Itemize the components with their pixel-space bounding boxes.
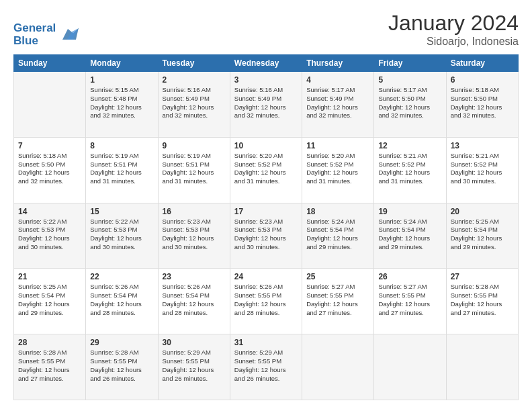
day-cell: 18Sunrise: 5:24 AM Sunset: 5:54 PM Dayli… xyxy=(302,203,374,269)
day-info: Sunrise: 5:17 AM Sunset: 5:50 PM Dayligh… xyxy=(378,86,441,120)
day-info: Sunrise: 5:26 AM Sunset: 5:54 PM Dayligh… xyxy=(90,283,153,317)
header-cell-sunday: Sunday xyxy=(14,55,86,72)
week-row-5: 28Sunrise: 5:28 AM Sunset: 5:55 PM Dayli… xyxy=(14,334,519,400)
day-cell: 5Sunrise: 5:17 AM Sunset: 5:50 PM Daylig… xyxy=(374,72,446,138)
day-number: 27 xyxy=(451,272,514,281)
day-info: Sunrise: 5:26 AM Sunset: 5:54 PM Dayligh… xyxy=(163,283,226,317)
day-info: Sunrise: 5:22 AM Sunset: 5:53 PM Dayligh… xyxy=(90,218,153,252)
day-number: 16 xyxy=(163,207,226,216)
main-title: January 2024 xyxy=(388,11,519,36)
header-cell-tuesday: Tuesday xyxy=(158,55,230,72)
header-cell-friday: Friday xyxy=(374,55,446,72)
day-number: 19 xyxy=(378,207,441,216)
day-cell xyxy=(302,334,374,400)
title-block: January 2024 Sidoarjo, Indonesia xyxy=(388,11,519,48)
day-cell: 10Sunrise: 5:20 AM Sunset: 5:52 PM Dayli… xyxy=(230,137,302,203)
day-number: 14 xyxy=(18,207,81,216)
day-cell: 9Sunrise: 5:19 AM Sunset: 5:51 PM Daylig… xyxy=(158,137,230,203)
day-cell: 17Sunrise: 5:23 AM Sunset: 5:53 PM Dayli… xyxy=(230,203,302,269)
day-cell: 6Sunrise: 5:18 AM Sunset: 5:50 PM Daylig… xyxy=(446,72,518,138)
day-cell: 28Sunrise: 5:28 AM Sunset: 5:55 PM Dayli… xyxy=(14,334,86,400)
day-number: 1 xyxy=(90,75,153,85)
day-cell: 15Sunrise: 5:22 AM Sunset: 5:53 PM Dayli… xyxy=(86,203,158,269)
header-cell-monday: Monday xyxy=(86,55,158,72)
day-number: 30 xyxy=(163,338,226,347)
day-cell: 19Sunrise: 5:24 AM Sunset: 5:54 PM Dayli… xyxy=(374,203,446,269)
day-info: Sunrise: 5:26 AM Sunset: 5:55 PM Dayligh… xyxy=(234,283,298,317)
header-cell-saturday: Saturday xyxy=(446,55,518,72)
logo-general: General xyxy=(13,21,56,35)
day-info: Sunrise: 5:21 AM Sunset: 5:52 PM Dayligh… xyxy=(378,152,441,186)
day-cell: 20Sunrise: 5:25 AM Sunset: 5:54 PM Dayli… xyxy=(446,203,518,269)
week-row-4: 21Sunrise: 5:25 AM Sunset: 5:54 PM Dayli… xyxy=(14,269,519,334)
day-cell: 14Sunrise: 5:22 AM Sunset: 5:53 PM Dayli… xyxy=(14,203,86,269)
day-info: Sunrise: 5:23 AM Sunset: 5:53 PM Dayligh… xyxy=(163,218,226,252)
day-cell xyxy=(374,334,446,400)
day-number: 4 xyxy=(306,75,369,85)
day-info: Sunrise: 5:19 AM Sunset: 5:51 PM Dayligh… xyxy=(163,152,226,186)
day-number: 24 xyxy=(234,272,298,281)
day-cell: 25Sunrise: 5:27 AM Sunset: 5:55 PM Dayli… xyxy=(302,269,374,334)
day-info: Sunrise: 5:29 AM Sunset: 5:55 PM Dayligh… xyxy=(234,349,298,383)
day-info: Sunrise: 5:23 AM Sunset: 5:53 PM Dayligh… xyxy=(234,218,298,252)
day-info: Sunrise: 5:24 AM Sunset: 5:54 PM Dayligh… xyxy=(378,218,441,252)
day-cell xyxy=(446,334,518,400)
header: General Blue January 2024 Sidoarjo, Indo… xyxy=(13,11,519,48)
day-cell: 16Sunrise: 5:23 AM Sunset: 5:53 PM Dayli… xyxy=(158,203,230,269)
day-info: Sunrise: 5:16 AM Sunset: 5:49 PM Dayligh… xyxy=(234,86,298,120)
day-number: 12 xyxy=(378,141,441,150)
day-number: 18 xyxy=(306,207,369,216)
day-info: Sunrise: 5:24 AM Sunset: 5:54 PM Dayligh… xyxy=(306,218,369,252)
day-cell: 12Sunrise: 5:21 AM Sunset: 5:52 PM Dayli… xyxy=(374,137,446,203)
day-info: Sunrise: 5:27 AM Sunset: 5:55 PM Dayligh… xyxy=(306,283,369,317)
day-number: 3 xyxy=(234,75,298,85)
day-number: 9 xyxy=(163,141,226,150)
day-cell: 13Sunrise: 5:21 AM Sunset: 5:52 PM Dayli… xyxy=(446,137,518,203)
day-number: 10 xyxy=(234,141,298,150)
day-info: Sunrise: 5:29 AM Sunset: 5:55 PM Dayligh… xyxy=(163,349,226,383)
week-row-1: 1Sunrise: 5:15 AM Sunset: 5:48 PM Daylig… xyxy=(14,72,519,138)
day-cell: 22Sunrise: 5:26 AM Sunset: 5:54 PM Dayli… xyxy=(86,269,158,334)
day-cell: 7Sunrise: 5:18 AM Sunset: 5:50 PM Daylig… xyxy=(14,137,86,203)
day-cell: 27Sunrise: 5:28 AM Sunset: 5:55 PM Dayli… xyxy=(446,269,518,334)
day-number: 15 xyxy=(90,207,153,216)
calendar-table: SundayMondayTuesdayWednesdayThursdayFrid… xyxy=(13,54,519,400)
day-number: 20 xyxy=(451,207,514,216)
week-row-2: 7Sunrise: 5:18 AM Sunset: 5:50 PM Daylig… xyxy=(14,137,519,203)
day-number: 13 xyxy=(451,141,514,150)
day-cell: 24Sunrise: 5:26 AM Sunset: 5:55 PM Dayli… xyxy=(230,269,302,334)
header-cell-thursday: Thursday xyxy=(302,55,374,72)
day-cell: 29Sunrise: 5:28 AM Sunset: 5:55 PM Dayli… xyxy=(86,334,158,400)
day-number: 31 xyxy=(234,338,298,347)
day-info: Sunrise: 5:25 AM Sunset: 5:54 PM Dayligh… xyxy=(18,283,81,317)
day-number: 29 xyxy=(90,338,153,347)
day-number: 25 xyxy=(306,272,369,281)
day-info: Sunrise: 5:25 AM Sunset: 5:54 PM Dayligh… xyxy=(451,218,514,252)
subtitle: Sidoarjo, Indonesia xyxy=(388,36,519,48)
day-info: Sunrise: 5:17 AM Sunset: 5:49 PM Dayligh… xyxy=(306,86,369,120)
header-row: SundayMondayTuesdayWednesdayThursdayFrid… xyxy=(14,55,519,72)
day-number: 8 xyxy=(90,141,153,150)
logo: General Blue xyxy=(13,21,79,48)
day-cell: 31Sunrise: 5:29 AM Sunset: 5:55 PM Dayli… xyxy=(230,334,302,400)
day-info: Sunrise: 5:28 AM Sunset: 5:55 PM Dayligh… xyxy=(90,349,153,383)
day-cell: 23Sunrise: 5:26 AM Sunset: 5:54 PM Dayli… xyxy=(158,269,230,334)
day-info: Sunrise: 5:27 AM Sunset: 5:55 PM Dayligh… xyxy=(378,283,441,317)
day-info: Sunrise: 5:18 AM Sunset: 5:50 PM Dayligh… xyxy=(18,152,81,186)
day-number: 21 xyxy=(18,272,81,281)
day-cell: 11Sunrise: 5:20 AM Sunset: 5:52 PM Dayli… xyxy=(302,137,374,203)
day-cell: 8Sunrise: 5:19 AM Sunset: 5:51 PM Daylig… xyxy=(86,137,158,203)
logo-blue: Blue xyxy=(13,34,56,48)
day-cell xyxy=(14,72,86,138)
day-info: Sunrise: 5:20 AM Sunset: 5:52 PM Dayligh… xyxy=(234,152,298,186)
day-info: Sunrise: 5:28 AM Sunset: 5:55 PM Dayligh… xyxy=(451,283,514,317)
day-cell: 4Sunrise: 5:17 AM Sunset: 5:49 PM Daylig… xyxy=(302,72,374,138)
day-number: 23 xyxy=(163,272,226,281)
day-cell: 3Sunrise: 5:16 AM Sunset: 5:49 PM Daylig… xyxy=(230,72,302,138)
day-number: 22 xyxy=(90,272,153,281)
day-info: Sunrise: 5:21 AM Sunset: 5:52 PM Dayligh… xyxy=(451,152,514,186)
header-cell-wednesday: Wednesday xyxy=(230,55,302,72)
day-number: 28 xyxy=(18,338,81,347)
day-cell: 30Sunrise: 5:29 AM Sunset: 5:55 PM Dayli… xyxy=(158,334,230,400)
day-cell: 26Sunrise: 5:27 AM Sunset: 5:55 PM Dayli… xyxy=(374,269,446,334)
